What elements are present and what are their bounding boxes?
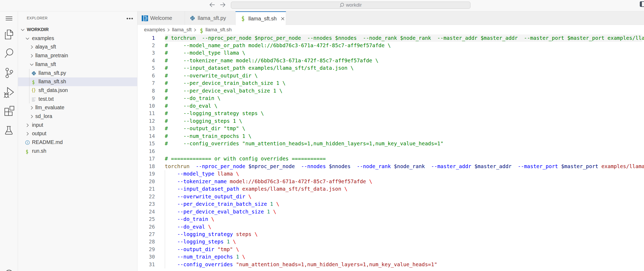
chevron-right-icon [29, 105, 35, 111]
chevron-right-icon [24, 131, 31, 137]
code-line-12: 12# --logging_steps 1 \ [137, 117, 644, 125]
line-number: 22 [137, 193, 155, 200]
tree-folder-llama-sft[interactable]: llama_sft [18, 60, 137, 69]
breadcrumb-item[interactable]: llama_sft.sh [205, 27, 232, 33]
back-icon[interactable] [209, 2, 215, 7]
editor-indent-guide [165, 170, 165, 268]
line-number: 21 [137, 185, 155, 193]
line-content: # --input_dataset_path examples/llama_sf… [165, 64, 354, 72]
line-number: 31 [137, 261, 155, 268]
tree-item-test-txt[interactable]: test.txt [18, 95, 137, 104]
tab-welcome[interactable]: Welcome [137, 11, 185, 25]
activity-bar [0, 11, 18, 271]
tree-indent-guide [29, 69, 29, 104]
tree-folder-sd-lora[interactable]: sd_lora [18, 112, 137, 121]
line-number: 11 [137, 110, 155, 117]
tree-item-llama-sft-sh[interactable]: $llama_sft.sh [18, 77, 137, 86]
line-number: 25 [137, 216, 155, 223]
search-activity-icon[interactable] [0, 48, 18, 59]
tree-item-label: input [32, 122, 43, 128]
close-icon[interactable] [281, 17, 285, 21]
tab-llama-sft-py[interactable]: llama_sft.py [185, 11, 236, 25]
tab-llama-sft-sh[interactable]: $llama_sft.sh [235, 11, 286, 25]
tree-item-llama-sft-py[interactable]: llama_sft.py [18, 69, 137, 78]
line-number: 15 [137, 140, 155, 147]
code-line-5: 5# --input_dataset_path examples/llama_s… [137, 64, 644, 72]
tree-folder-llm-evaluate[interactable]: llm_evaluate [18, 103, 137, 112]
tree-folder-llama-pretrain[interactable]: llama_pretrain [18, 51, 137, 60]
line-content: # --num_train_epochs 1 \ [165, 133, 252, 140]
breadcrumb: examplesllama_sft$llama_sft.sh [137, 25, 644, 34]
code-line-27: 27 --logging_strategy steps \ [137, 231, 644, 238]
code-line-29: 29 --output_dir "tmp" \ [137, 246, 644, 253]
code-line-15: 15# --config_overrides "num_attention_he… [137, 140, 644, 147]
breadcrumb-separator-icon [166, 28, 171, 32]
tree-item-readme-md[interactable]: README.md [18, 138, 137, 147]
line-number: 10 [137, 102, 155, 110]
tree-item-label: llama_sft [35, 61, 56, 67]
tree-folder-alaya-sft[interactable]: alaya_sft [18, 43, 137, 51]
line-number: 14 [137, 133, 155, 140]
line-number: 28 [137, 238, 155, 246]
tree-folder-output[interactable]: output [18, 129, 137, 138]
explorer-icon[interactable] [0, 29, 18, 40]
testing-icon[interactable] [0, 125, 18, 135]
line-content: # --overwrite_output_dir \ [165, 72, 258, 80]
line-number: 6 [137, 72, 155, 80]
code-line-21: 21 --input_dataset_path examples/llama_s… [137, 185, 644, 193]
code-line-4: 4# --tokenizer_name model://6bbd76c3-671… [137, 57, 644, 64]
shell-tab-icon: $ [240, 15, 246, 22]
account-icon[interactable] [0, 270, 18, 271]
line-content: # --model_type llama \ [165, 49, 245, 57]
line-number: 26 [137, 223, 155, 231]
run-debug-icon[interactable] [0, 86, 18, 98]
code-line-10: 10# --do_eval \ [137, 102, 644, 110]
more-actions-icon[interactable] [126, 16, 133, 20]
line-number: 7 [137, 80, 155, 87]
tree-item-run-sh[interactable]: $run.sh [18, 147, 137, 156]
breadcrumb-separator-icon [193, 28, 197, 32]
line-content: --overwrite_output_dir \ [165, 193, 252, 200]
line-number: 19 [137, 170, 155, 178]
explorer-title: EXPLORER [27, 16, 47, 20]
tree-item-label: output [32, 130, 46, 137]
line-content: --per_device_eval_batch_size 1 \ [165, 208, 276, 216]
menu-icon[interactable] [0, 16, 18, 20]
line-content: torchrun --nproc_per_node $nproc_per_nod… [165, 163, 644, 170]
breadcrumb-item[interactable]: examples [144, 27, 165, 33]
tree-item-label: README.md [32, 139, 63, 145]
breadcrumb-item[interactable]: llama_sft [172, 27, 192, 33]
line-content: --do_eval \ [165, 223, 211, 231]
code-editor[interactable]: 1# torchrun --nproc_per_node $nproc_per_… [137, 34, 644, 271]
extensions-icon[interactable] [0, 105, 18, 116]
line-number: 9 [137, 95, 155, 102]
code-line-17: 17# ============= or with config overrid… [137, 155, 644, 163]
command-center-search[interactable]: workdir [231, 2, 470, 9]
forward-icon[interactable] [220, 2, 226, 7]
code-line-24: 24 --per_device_eval_batch_size 1 \ [137, 208, 644, 216]
tab-label: llama_sft.sh [248, 16, 277, 22]
line-content: # --logging_steps 1 \ [165, 117, 242, 125]
code-line-28: 28 --logging_steps 1 \ [137, 238, 644, 246]
chevron-right-icon [29, 113, 35, 120]
source-control-icon[interactable] [0, 66, 18, 78]
line-content: # ============= or with config overrides… [165, 155, 326, 163]
tree-folder-workdir[interactable]: WORKDIR [18, 25, 137, 34]
line-number: 24 [137, 208, 155, 216]
tree-item-sft-data-json[interactable]: {}sft_data.json [18, 86, 137, 95]
shell-file-icon: $ [26, 149, 29, 154]
line-number: 27 [137, 231, 155, 238]
tree-folder-examples[interactable]: examples [18, 34, 137, 43]
tree-folder-input[interactable]: input [18, 121, 137, 130]
python-file-icon [32, 71, 36, 76]
tree-item-label: sd_lora [35, 113, 52, 119]
line-content: --tokenizer_name model://6bbd76c3-671a-4… [165, 178, 372, 185]
line-content: --per_device_train_batch_size 1 \ [165, 200, 279, 208]
toggle-sidebar-icon[interactable] [640, 1, 644, 7]
line-content: # --per_device_train_batch_size 1 \ [165, 80, 286, 87]
line-number: 12 [137, 117, 155, 125]
tree-item-label: alaya_sft [35, 44, 56, 50]
line-content: # --tokenizer_name model://6bbd76c3-671a… [165, 57, 378, 64]
line-content: # --config_overrides "num_attention_head… [165, 140, 443, 147]
line-content: --logging_steps 1 \ [165, 238, 236, 246]
